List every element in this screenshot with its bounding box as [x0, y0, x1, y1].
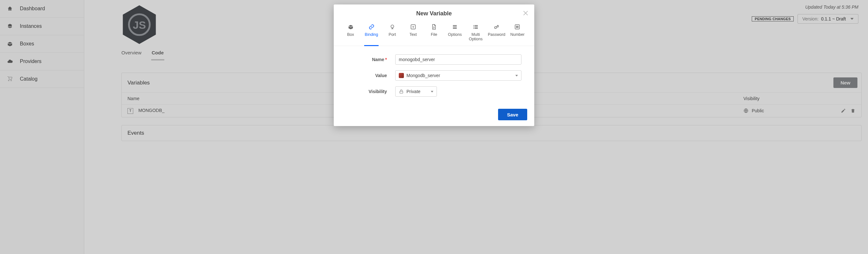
type-tab-multi-options[interactable]: Multi Options [465, 22, 486, 46]
visibility-label: Visibility [369, 89, 387, 94]
visibility-selected-text: Private [406, 89, 421, 94]
type-tab-label: Text [409, 32, 417, 37]
variable-type-tabs: Box Binding Port T Text File [334, 22, 534, 46]
modal-title-text: New Variable [416, 10, 452, 16]
type-tab-binding[interactable]: Binding [361, 22, 382, 46]
new-variable-modal: New Variable Box Binding Port T Tex [334, 4, 534, 126]
type-tab-options[interactable]: Options [444, 22, 465, 46]
svg-rect-8 [453, 27, 457, 27]
svg-rect-18 [400, 91, 403, 93]
type-tab-label: Port [389, 32, 396, 37]
type-tab-number[interactable]: Number [507, 22, 528, 46]
save-button[interactable]: Save [498, 109, 527, 120]
svg-point-4 [391, 25, 394, 28]
type-tab-label: Binding [365, 32, 378, 37]
options-icon [452, 24, 458, 30]
name-label: Name [372, 57, 384, 62]
type-tab-label: Options [448, 32, 462, 37]
link-icon [369, 24, 374, 30]
svg-rect-14 [473, 28, 474, 29]
variable-form: Name* Value Mongodb_server Visibility Pr… [334, 46, 534, 97]
value-label: Value [375, 73, 387, 78]
svg-rect-13 [475, 27, 478, 27]
file-icon [431, 24, 437, 30]
key-icon [494, 24, 499, 30]
visibility-select[interactable]: Private [395, 86, 437, 97]
box-icon [348, 24, 353, 30]
type-tab-password[interactable]: Password [486, 22, 507, 46]
type-tab-label: Password [488, 32, 505, 37]
svg-text:T: T [412, 25, 414, 29]
value-selected-text: Mongodb_server [406, 73, 440, 78]
type-tab-text[interactable]: T Text [403, 22, 424, 46]
type-tab-label: File [431, 32, 437, 37]
chevron-down-icon [431, 91, 433, 93]
close-icon[interactable] [523, 10, 528, 16]
svg-rect-15 [475, 28, 478, 29]
chevron-down-icon [515, 75, 518, 76]
type-tab-label: Box [347, 32, 354, 37]
mongodb-icon [399, 73, 404, 78]
svg-rect-10 [473, 25, 474, 26]
type-tab-box[interactable]: Box [340, 22, 361, 46]
lock-icon [399, 89, 404, 94]
svg-rect-11 [475, 25, 478, 26]
svg-point-16 [495, 27, 496, 29]
multi-options-icon [473, 24, 478, 30]
name-input[interactable] [395, 55, 522, 65]
globe-stand-icon [390, 24, 395, 30]
svg-rect-7 [453, 25, 457, 26]
type-tab-label: Number [510, 32, 524, 37]
svg-rect-17 [515, 25, 520, 29]
type-tab-label: Multi Options [465, 32, 486, 41]
required-asterisk: * [385, 57, 387, 62]
type-tab-port[interactable]: Port [382, 22, 403, 46]
hash-icon [515, 24, 520, 30]
text-icon: T [410, 24, 416, 30]
value-select[interactable]: Mongodb_server [395, 70, 522, 81]
type-tab-file[interactable]: File [424, 22, 444, 46]
svg-rect-12 [473, 27, 474, 27]
svg-rect-9 [453, 28, 457, 29]
